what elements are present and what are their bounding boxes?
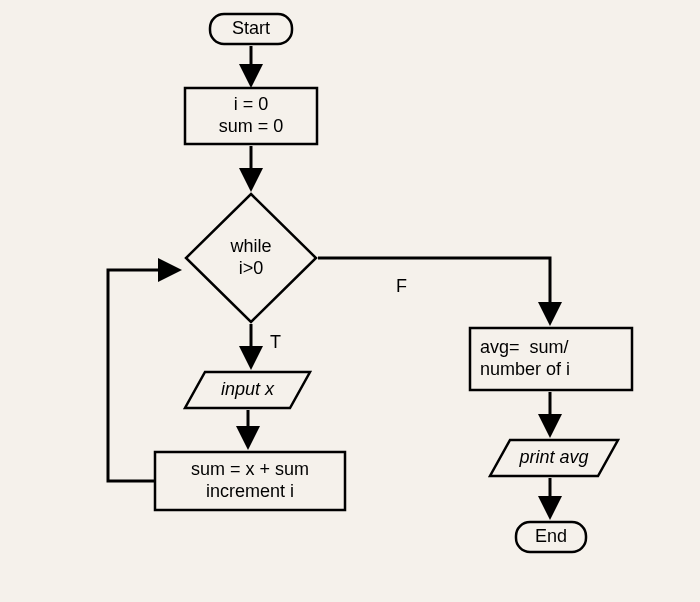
- flowchart-canvas: [0, 0, 700, 602]
- print-label: print avg: [495, 440, 613, 476]
- true-branch-label: T: [270, 332, 281, 353]
- edge-decision-avg: [318, 258, 550, 322]
- decision-label: while i>0: [186, 210, 316, 306]
- start-label: Start: [210, 14, 292, 44]
- end-label: End: [516, 522, 586, 552]
- avg-label: avg= sum/ number of i: [470, 328, 642, 390]
- false-branch-label: F: [396, 276, 407, 297]
- update-label: sum = x + sum increment i: [155, 452, 345, 510]
- init-label: i = 0 sum = 0: [185, 88, 317, 144]
- edge-loop-back: [108, 270, 178, 481]
- input-label: input x: [190, 372, 305, 408]
